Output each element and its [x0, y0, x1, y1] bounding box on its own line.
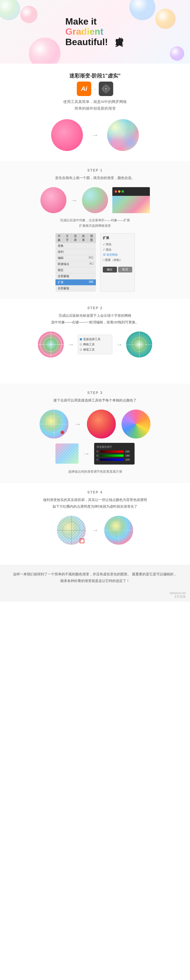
- step2-panel-row3: 钢笔工具: [80, 347, 110, 352]
- b-bar: [100, 458, 124, 461]
- tools-row: Ai ·: [17, 81, 173, 96]
- menu-item-mask: 全部蒙版: [55, 274, 96, 279]
- panel-row-r: R 255: [97, 450, 132, 453]
- mesh-icon: [99, 81, 113, 96]
- step4-circle1-wrap: [57, 516, 86, 545]
- expand-panel: 扩展 ✓ 填色 ✓ 描边 ⦿ 渐变网格 □ 图案（拼贴） 确定 取消: [100, 233, 135, 291]
- tools-desc-2: 简单的操作创造新的渐变: [74, 106, 116, 110]
- watermark-behance: behance.net: [4, 592, 186, 595]
- expand-opt-gradient[interactable]: ⦿ 渐变网格: [103, 252, 132, 258]
- step4-circle2-wrap: +: [104, 516, 133, 545]
- r-label: R: [97, 450, 98, 453]
- svg-point-5: [105, 88, 106, 89]
- bottom-text: 这样一来我们就得到了一个简单的不规则颜色渐变，并且有虚实变化的图形。 最重要的是…: [0, 565, 190, 590]
- step2-mesh-circle: [126, 331, 152, 358]
- g-label: G: [97, 454, 98, 457]
- panel-dot-yellow: [118, 190, 120, 192]
- red-dot-indicator: [61, 431, 64, 434]
- mesh-svg: [101, 84, 111, 94]
- expand-btn-ok[interactable]: 确定: [103, 267, 117, 272]
- step3-label: STEP 3: [14, 391, 176, 395]
- step3-color-wheel: [122, 410, 150, 439]
- inner-ring: [45, 415, 63, 433]
- hero-subtitle-vertical: 虛實: [114, 31, 125, 33]
- step1-arrow: →: [71, 196, 78, 204]
- step4-ring2: [110, 522, 127, 539]
- panel-dot-red: [115, 190, 117, 192]
- step1-circle-after: [82, 187, 108, 213]
- step1-circle-before: [40, 187, 66, 213]
- bubble-4: [155, 9, 176, 29]
- step2-panel-row2: 网格工具: [80, 342, 110, 347]
- menu-item-expand[interactable]: 扩展 ЖB: [55, 279, 96, 285]
- menu-item-transform: 变换: [55, 243, 96, 249]
- step4-inner-ring: [63, 522, 80, 539]
- step2-opt1: 直接选择工具: [83, 337, 100, 341]
- ring2: [40, 334, 62, 355]
- step3-desc: 接下去就可以用直接选择工具给予每个单独的点颜色了: [14, 397, 176, 404]
- menu-header-sel: 选择: [71, 233, 80, 243]
- step4-desc: 做到渐变效实的其实很容易，其实让一些让锚点颜色为背景色或透明如下方红圈内的点透明…: [14, 496, 176, 510]
- arrow-demo: →: [92, 131, 98, 139]
- step2-visual: → 直接选择工具 网格工具 钢笔工具 →: [14, 331, 176, 358]
- menu-header-view: 视图: [88, 233, 96, 243]
- step2-circle: [38, 331, 64, 358]
- menu-item-mask2: 全部蒙版: [55, 285, 96, 291]
- menu-box: 对象 文字 选择 效果 视图 变换 排列 编辑 ЖG 联接锚点 ЖJ 锁定 全部…: [55, 233, 96, 291]
- bubble-5: [170, 46, 184, 61]
- ai-icon: Ai: [77, 81, 91, 96]
- step2-panel: 直接选择工具 网格工具 钢笔工具: [78, 335, 112, 354]
- step2-circle-grid: [38, 331, 64, 358]
- step2-panel-row1: 直接选择工具: [80, 337, 110, 342]
- bubble-2: [20, 6, 38, 23]
- panel-label: 渐变颜色调节: [97, 445, 132, 449]
- bubble-6: [29, 38, 61, 64]
- menu-header-txt: 文字: [63, 233, 71, 243]
- panel-row-g: G 180: [97, 454, 132, 457]
- bottom-section: 这样一来我们就得到了一个简单的不规则颜色渐变，并且有虚实变化的图形。 最重要的是…: [0, 565, 190, 601]
- menu-header-obj: 对象: [55, 233, 63, 243]
- watermark: behance.net 文艺部落: [0, 590, 190, 601]
- g-bar: [100, 454, 124, 457]
- step4-arrow: →: [92, 526, 98, 534]
- bottom-text-content: 这样一来我们就得到了一个简单的不规则颜色渐变，并且有虚实变化的图形。 最重要的是…: [13, 572, 177, 583]
- checker-swatch: [55, 444, 79, 464]
- expand-opt-stroke: ✓ 描边: [103, 247, 132, 252]
- step1-caption: 完成以后选中对象，点击菜单栏——对象——扩展扩展模式选择网格渐变: [14, 218, 176, 229]
- step1-desc: 首先在画布上画一个圆，填充你的渐变，颜色自选。: [14, 175, 176, 181]
- expand-btn-cancel[interactable]: 取消: [118, 267, 132, 272]
- step4-label: STEP 4: [14, 490, 176, 494]
- tools-desc-1: 使用工具真简单，就是AI中的网罗网格: [63, 100, 127, 104]
- step4-section: STEP 4 做到渐变效实的其实很容易，其实让一些让锚点颜色为背景色或透明如下方…: [0, 483, 190, 565]
- circle-pink-demo: [51, 119, 83, 151]
- title-section: 迷彩渐变-阶段1"虚实" Ai · 使用工具真简单，就是AI中的网罗网格 简单的…: [0, 64, 190, 161]
- step3-circle-result: [87, 410, 116, 439]
- red-indicator-ring: [80, 539, 84, 543]
- step2-arrow2: →: [116, 340, 123, 348]
- step2-opt3: 钢笔工具: [83, 348, 95, 352]
- panel-swatch: [112, 196, 150, 213]
- hero-section: Make it Gradient Beautiful! 虛實: [0, 0, 190, 64]
- hero-line2: Gradient: [65, 27, 108, 37]
- b-label: B: [97, 458, 98, 461]
- step4-visual: → +: [14, 516, 176, 545]
- watermark-brand: 文艺部落: [4, 595, 186, 599]
- step1-panels: 对象 文字 选择 效果 视图 变换 排列 编辑 ЖG 联接锚点 ЖJ 锁定 全部…: [14, 233, 176, 291]
- menu-item-lock: 锁定: [55, 267, 96, 274]
- step3-circle-wrap: [40, 410, 68, 439]
- step1-label: STEP 1: [14, 169, 176, 172]
- expand-opt-fill: ✓ 填色: [103, 242, 132, 247]
- mesh-inner-ring: [132, 337, 146, 352]
- step3-visual: →: [14, 410, 176, 439]
- step2-section: STEP 2 完成以后鼠标光标放置于上会出现十字形的网格选中对象——右键——一框…: [0, 299, 190, 383]
- step1-section: STEP 1 首先在画布上画一个圆，填充你的渐变，颜色自选。 → 完成以后选中对…: [0, 161, 190, 299]
- step2-arrow1: →: [67, 340, 74, 348]
- g-val: 180: [125, 454, 132, 457]
- spacer2: [14, 549, 176, 561]
- step2-desc: 完成以后鼠标光标放置于上会出现十字形的网格选中对象——右键——一框消编辑，按着c…: [14, 312, 176, 326]
- step3-color-panel: 渐变颜色调节 R 255 G 180 B 120: [94, 443, 135, 465]
- step3-arrow: →: [74, 420, 81, 428]
- panel-top-bar: [112, 187, 150, 196]
- menu-item-edit: 编辑 ЖG: [55, 255, 96, 261]
- step2-label: STEP 2: [14, 306, 176, 310]
